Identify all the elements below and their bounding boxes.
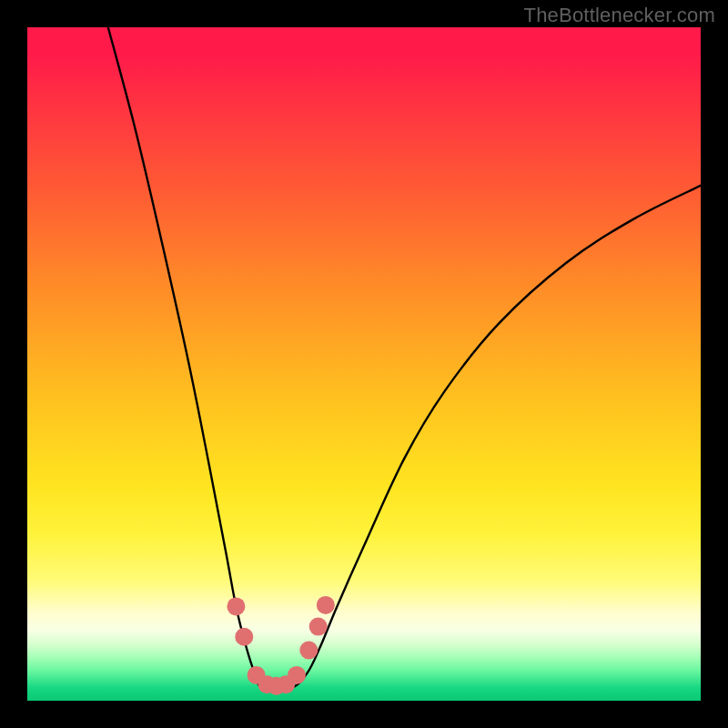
plot-area (27, 27, 701, 701)
curve-markers (227, 596, 334, 695)
watermark-text: TheBottlenecker.com (524, 4, 715, 27)
marker-i (309, 618, 328, 636)
marker-g (288, 666, 306, 684)
chart-frame: TheBottlenecker.com (0, 0, 728, 728)
bottleneck-curve (108, 27, 701, 691)
marker-a (227, 597, 245, 615)
marker-h (299, 642, 318, 660)
marker-j (317, 596, 335, 614)
chart-svg (27, 27, 701, 701)
marker-b (235, 628, 253, 646)
